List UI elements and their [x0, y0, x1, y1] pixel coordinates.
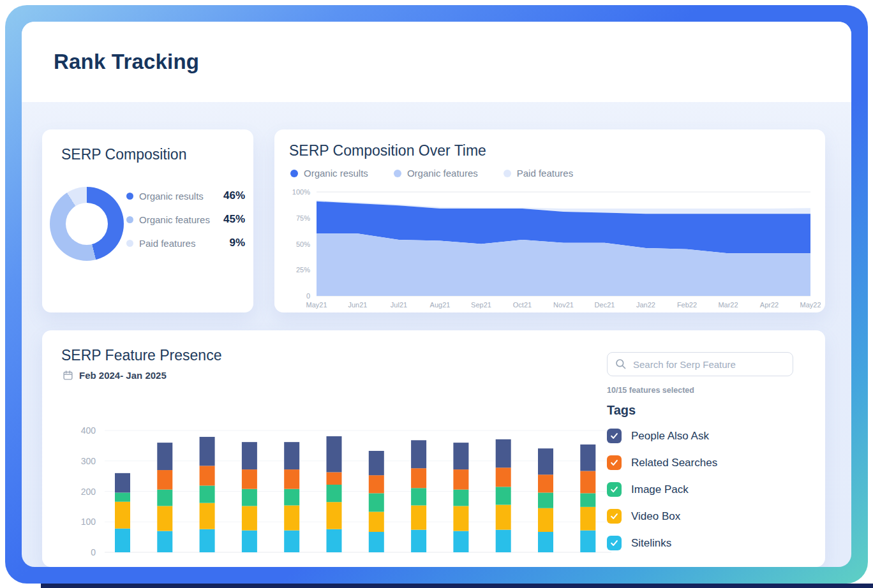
svg-text:Jul21: Jul21	[391, 301, 407, 309]
tag-checkbox[interactable]	[607, 482, 622, 497]
bar-6	[327, 436, 342, 552]
bar-1	[115, 473, 130, 552]
svg-text:200: 200	[81, 487, 96, 497]
svg-text:Dec21: Dec21	[595, 301, 615, 309]
serp-over-time-legend: Organic results Organic features Paid fe…	[290, 168, 573, 179]
stacked-area-chart: 100%75%50%25%0May21Jun21Jul21Aug21Sep21O…	[280, 184, 821, 312]
serp-composition-donut-chart	[50, 187, 124, 261]
bar-11	[538, 448, 553, 552]
svg-text:Aug21: Aug21	[430, 301, 451, 309]
tags-heading: Tags	[607, 403, 798, 418]
search-icon	[615, 358, 627, 370]
serp-feature-search[interactable]	[607, 352, 793, 376]
tag-checkbox[interactable]	[607, 429, 622, 443]
legend-row-organic-features: Organic features 45%	[126, 212, 245, 227]
tag-label: People Also Ask	[631, 430, 709, 443]
tag-row-image-pack[interactable]: Image Pack	[607, 481, 798, 497]
legend-row-paid-features: Paid features 9%	[126, 235, 245, 251]
gradient-frame: Rank Tracking SERP Composition Organic r…	[5, 5, 868, 584]
tag-row-related-searches[interactable]: Related Searches	[607, 455, 798, 471]
legend-dot	[126, 216, 133, 223]
legend-item-organic-results: Organic results	[290, 168, 368, 179]
serp-composition-title: SERP Composition	[61, 146, 186, 163]
check-icon	[609, 431, 619, 441]
svg-text:Nov21: Nov21	[553, 301, 574, 309]
bar-10	[496, 439, 511, 552]
tag-label: Video Box	[631, 510, 680, 523]
svg-text:Mar22: Mar22	[718, 301, 738, 309]
svg-text:100%: 100%	[292, 188, 310, 196]
legend-dot	[126, 240, 133, 247]
check-icon	[609, 485, 619, 494]
bar-9	[453, 443, 468, 552]
tag-row-sitelinks[interactable]: Sitelinks	[607, 535, 798, 551]
screen: Rank Tracking SERP Composition Organic r…	[0, 0, 873, 588]
svg-text:300: 300	[81, 456, 96, 466]
date-range[interactable]: Feb 2024- Jan 2025	[63, 370, 167, 381]
legend-label: Paid features	[139, 238, 229, 249]
features-selected-count: 10/15 features selected	[607, 386, 798, 395]
legend-dot	[126, 193, 133, 200]
svg-text:75%: 75%	[296, 214, 310, 222]
serp-feature-presence-title: SERP Feature Presence	[61, 347, 221, 364]
date-range-text: Feb 2024- Jan 2025	[79, 370, 167, 381]
tag-label: Related Searches	[631, 457, 717, 469]
check-icon	[609, 458, 619, 467]
bar-7	[369, 451, 384, 552]
serp-composition-legend: Organic results 46% Organic features 45%…	[126, 188, 245, 259]
svg-text:Feb22: Feb22	[677, 301, 697, 309]
svg-text:Jan22: Jan22	[636, 301, 655, 309]
tag-label: Sitelinks	[631, 537, 671, 550]
check-icon	[609, 538, 619, 548]
legend-row-organic-results: Organic results 46%	[126, 188, 245, 203]
svg-text:50%: 50%	[296, 240, 310, 248]
calendar-icon	[63, 370, 73, 381]
svg-text:Jun21: Jun21	[348, 301, 368, 309]
tag-checkbox[interactable]	[607, 509, 622, 524]
legend-label: Organic results	[139, 191, 223, 202]
window-bottom-edge	[41, 584, 873, 588]
tag-row-video-box[interactable]: Video Box	[607, 508, 798, 524]
tag-checkbox[interactable]	[607, 536, 622, 550]
svg-text:Sep21: Sep21	[471, 301, 491, 309]
serp-over-time-card: SERP Composition Over Time Organic resul…	[274, 129, 825, 312]
stacked-bar-chart: 4003002001000	[50, 420, 624, 563]
svg-text:0: 0	[91, 547, 96, 557]
page-title: Rank Tracking	[54, 50, 199, 74]
legend-label: Paid features	[517, 168, 573, 179]
bar-3	[200, 437, 215, 552]
serp-over-time-title: SERP Composition Over Time	[289, 142, 486, 159]
bar-4	[242, 442, 257, 552]
bar-12	[580, 445, 595, 552]
serp-feature-presence-card: SERP Feature Presence Feb 2024- Jan 2025…	[42, 330, 825, 567]
tag-row-people-also-ask[interactable]: People Also Ask	[607, 428, 798, 444]
bar-2	[157, 443, 172, 552]
svg-text:0: 0	[306, 292, 310, 300]
legend-dot	[394, 170, 401, 177]
feature-filter-panel: 10/15 features selected Tags People Also…	[607, 352, 798, 562]
bar-5	[284, 442, 299, 552]
svg-text:25%: 25%	[296, 266, 310, 274]
legend-item-paid-features: Paid features	[504, 168, 573, 179]
legend-dot	[290, 170, 298, 177]
svg-text:Oct21: Oct21	[513, 301, 532, 309]
serp-composition-card: SERP Composition Organic results 46% Org…	[42, 129, 253, 312]
legend-dot	[504, 170, 511, 177]
tag-checkbox[interactable]	[607, 455, 622, 470]
search-input[interactable]	[633, 359, 785, 370]
svg-text:May21: May21	[306, 301, 327, 309]
legend-label: Organic features	[407, 168, 478, 179]
legend-item-organic-features: Organic features	[394, 168, 478, 179]
check-icon	[609, 511, 619, 521]
legend-label: Organic results	[304, 168, 368, 179]
tag-label: Image Pack	[631, 483, 689, 496]
legend-value: 46%	[223, 189, 245, 202]
app-header: Rank Tracking	[22, 22, 851, 102]
bar-8	[411, 440, 426, 552]
legend-value: 9%	[229, 237, 245, 249]
svg-text:400: 400	[81, 425, 96, 436]
legend-value: 45%	[223, 213, 245, 226]
tag-list: People Also AskRelated SearchesImage Pac…	[607, 428, 798, 551]
dashboard-background: Rank Tracking SERP Composition Organic r…	[22, 22, 851, 567]
svg-text:Apr22: Apr22	[760, 301, 779, 309]
